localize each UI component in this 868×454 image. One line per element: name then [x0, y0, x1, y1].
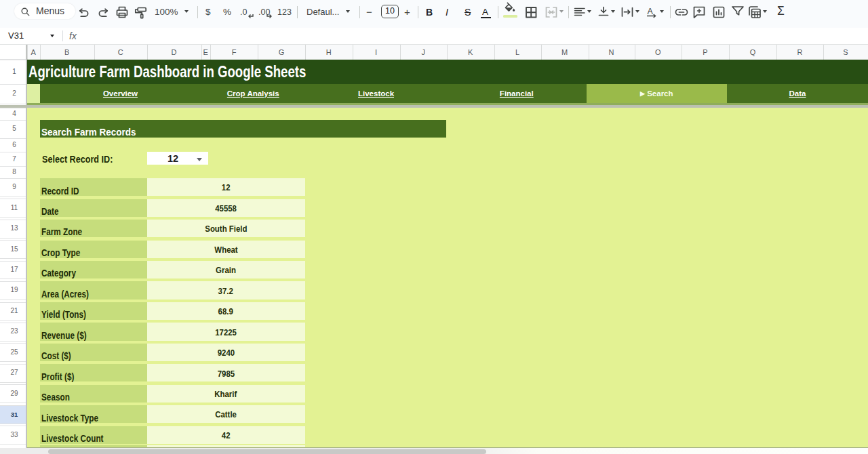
- svg-text:A: A: [648, 7, 654, 16]
